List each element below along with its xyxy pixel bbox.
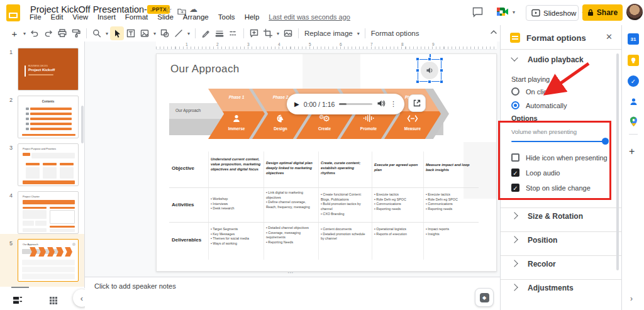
- border-weight-button[interactable]: [213, 26, 226, 40]
- resize-handle[interactable]: [416, 57, 419, 61]
- expand-section-icon[interactable]: [511, 236, 518, 243]
- size-rotation-section[interactable]: Size & Rotation: [528, 212, 583, 221]
- slide-thumbnail-3[interactable]: Project Purpose and Priorities: [18, 143, 79, 186]
- resize-handle[interactable]: [428, 80, 431, 84]
- audio-element-icon[interactable]: [421, 62, 438, 79]
- contacts-icon[interactable]: [628, 96, 639, 107]
- menu-view[interactable]: View: [72, 13, 88, 21]
- expand-section-icon[interactable]: [511, 260, 518, 267]
- grid-view-icon[interactable]: [49, 296, 58, 307]
- resize-handle[interactable]: [440, 80, 443, 84]
- replace-image-caret-icon[interactable]: ▾: [355, 31, 362, 36]
- checkbox-loop-audio-label[interactable]: Loop audio: [526, 169, 560, 177]
- collapse-section-icon[interactable]: [511, 54, 518, 61]
- select-tool-button[interactable]: [110, 26, 124, 40]
- checkbox-loop-audio[interactable]: ✓: [511, 169, 519, 177]
- tasks-icon[interactable]: ✓: [628, 75, 639, 87]
- keep-icon[interactable]: [628, 55, 639, 66]
- slideshow-button[interactable]: Slideshow ▾: [526, 5, 579, 21]
- filmstrip-view-icon[interactable]: [13, 296, 23, 307]
- menu-edit[interactable]: Edit: [51, 13, 64, 21]
- crop-caret-icon[interactable]: ▾: [275, 31, 281, 36]
- replace-image-button[interactable]: Replace image: [302, 30, 355, 37]
- slides-logo[interactable]: [6, 4, 20, 21]
- menu-format[interactable]: Format: [125, 13, 148, 21]
- player-menu-icon[interactable]: ⋮: [390, 100, 397, 108]
- slide-thumbnail-4[interactable]: Project Charter: [18, 191, 79, 234]
- radio-on-click-label[interactable]: On click: [526, 88, 550, 96]
- menu-help[interactable]: Help: [245, 13, 260, 21]
- add-comment-button[interactable]: [247, 26, 261, 40]
- border-color-button[interactable]: [199, 26, 213, 40]
- mask-image-button[interactable]: [281, 26, 295, 40]
- volume-slider[interactable]: [511, 141, 606, 142]
- audio-element-selection[interactable]: [418, 59, 441, 82]
- volume-slider-thumb[interactable]: [602, 138, 609, 145]
- checkbox-hide-icon-label[interactable]: Hide icon when presenting: [526, 154, 608, 162]
- slide-thumbnail-5[interactable]: Our Approach: [18, 239, 79, 282]
- border-dash-button[interactable]: [226, 26, 240, 40]
- comments-icon[interactable]: [472, 6, 484, 21]
- cloud-status-icon[interactable]: ☁: [189, 4, 197, 14]
- share-button[interactable]: Share: [582, 4, 623, 21]
- insert-line-caret-icon[interactable]: ▾: [186, 31, 192, 36]
- format-options-toolbar-button[interactable]: Format options: [369, 30, 422, 37]
- print-button[interactable]: [55, 26, 69, 40]
- zoom-caret-icon[interactable]: ▾: [104, 31, 110, 36]
- resize-handle[interactable]: [416, 80, 419, 84]
- audio-progress-bar[interactable]: [339, 103, 372, 105]
- radio-automatically[interactable]: [511, 101, 519, 109]
- close-panel-icon[interactable]: ✕: [606, 32, 613, 42]
- open-in-new-button[interactable]: [408, 94, 426, 112]
- slide-editor[interactable]: Our Approach Our Approach Phase 1 Immers…: [156, 53, 497, 272]
- resize-handle[interactable]: [428, 57, 431, 61]
- menu-slide[interactable]: Slide: [157, 13, 174, 21]
- speaker-notes-placeholder[interactable]: Click to add speaker notes: [94, 282, 176, 290]
- radio-automatically-label[interactable]: Automatically: [526, 102, 567, 109]
- approach-table[interactable]: Objective Activities Deliverables Unders…: [169, 152, 479, 265]
- panel-scrollbar[interactable]: [616, 53, 619, 270]
- play-button[interactable]: ▶: [294, 101, 299, 108]
- insert-line-button[interactable]: [172, 26, 186, 40]
- explore-button[interactable]: ◆: [475, 288, 494, 307]
- calendar-icon[interactable]: 31: [628, 33, 639, 45]
- audio-playback-section[interactable]: Audio playback: [528, 55, 584, 64]
- zoom-button[interactable]: [90, 26, 104, 40]
- checkbox-hide-icon[interactable]: [511, 153, 519, 162]
- slide-title[interactable]: Our Approach: [170, 63, 240, 75]
- meet-icon[interactable]: ▾: [496, 6, 517, 18]
- radio-on-click[interactable]: [511, 87, 519, 96]
- resize-handle[interactable]: [416, 69, 419, 72]
- hide-side-panel-icon[interactable]: ›: [630, 294, 633, 303]
- get-addons-button[interactable]: +: [629, 146, 635, 157]
- insert-image-button[interactable]: [138, 26, 152, 40]
- account-avatar[interactable]: [626, 4, 643, 20]
- paint-format-button[interactable]: [69, 26, 83, 40]
- text-box-button[interactable]: [124, 26, 138, 40]
- recolor-section[interactable]: Recolor: [528, 260, 556, 268]
- speaker-notes-panel[interactable]: Click to add speaker notes ◆: [85, 277, 500, 310]
- expand-section-icon[interactable]: [511, 212, 518, 219]
- redo-button[interactable]: [42, 26, 55, 40]
- volume-icon[interactable]: [377, 99, 386, 110]
- new-slide-caret-icon[interactable]: ▾: [21, 31, 28, 36]
- resize-handle[interactable]: [440, 57, 443, 61]
- slide-thumbnail-1[interactable]: BUSINESS DECKS Project Kickoff: [18, 48, 79, 91]
- undo-button[interactable]: [28, 26, 42, 40]
- menu-tools[interactable]: Tools: [218, 13, 235, 21]
- hide-menus-icon[interactable]: [489, 29, 498, 36]
- slide-thumbnail-2[interactable]: Contents: [18, 96, 79, 138]
- checkbox-stop-on-change[interactable]: ✓: [511, 184, 519, 192]
- new-slide-button[interactable]: +: [8, 26, 21, 40]
- position-section[interactable]: Position: [528, 236, 557, 245]
- insert-image-caret-icon[interactable]: ▾: [152, 31, 158, 36]
- menu-file[interactable]: File: [30, 13, 42, 21]
- adjustments-section[interactable]: Adjustments: [528, 284, 574, 292]
- maps-icon[interactable]: [628, 116, 639, 127]
- resize-handle[interactable]: [440, 69, 443, 72]
- menu-insert[interactable]: Insert: [97, 13, 116, 21]
- last-edit-link[interactable]: Last edit was seconds ago: [269, 13, 350, 21]
- insert-shape-button[interactable]: [158, 26, 172, 40]
- crop-button[interactable]: [261, 26, 275, 40]
- notes-resize-handle[interactable]: ⋯: [287, 269, 296, 276]
